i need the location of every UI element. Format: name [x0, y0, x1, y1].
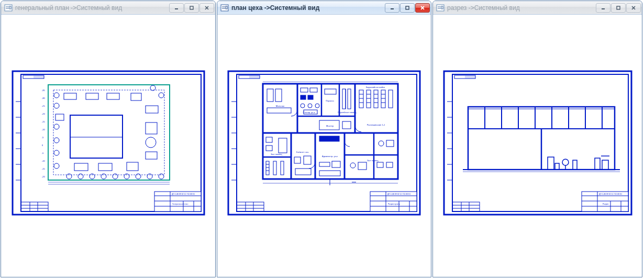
window-general-plan: генеральный план ->Системный вид [1, 1, 216, 277]
svg-text:-35: -35 [42, 89, 46, 92]
close-icon [631, 5, 636, 10]
room-label: Столяр. уч-к [303, 111, 315, 114]
close-button[interactable] [415, 3, 430, 13]
svg-rect-90 [249, 75, 260, 79]
doc-code: ДП 2-36 09 02 12.712.00 К1 [172, 193, 195, 195]
svg-text:-10: -10 [42, 160, 46, 162]
window-controls [169, 3, 214, 13]
drawing-viewport[interactable]: ДП 2-36 09 02 12.712.00 К1 Разрез [433, 15, 642, 277]
room-label: Быт помещ [271, 153, 282, 155]
titlebar[interactable]: план цеха ->Системный вид [217, 1, 431, 15]
app-icon [4, 4, 13, 12]
window-title: разрез ->Системный вид [447, 4, 596, 12]
minimize-button[interactable] [169, 3, 184, 13]
svg-rect-189 [465, 75, 475, 79]
svg-rect-111 [308, 95, 313, 99]
svg-rect-151 [319, 136, 339, 141]
room-label: Расвешивание 1-1 [367, 124, 385, 126]
svg-rect-110 [301, 95, 306, 99]
room-label: Быт помещ [367, 159, 379, 162]
minimize-icon [390, 5, 395, 10]
svg-text:-25: -25 [42, 105, 46, 107]
title-block-label: Разрез пункта [388, 203, 400, 205]
app-icon [436, 4, 445, 12]
room-label: Коррозийная мойка [366, 86, 385, 88]
minimize-icon [601, 5, 606, 10]
maximize-button[interactable] [611, 3, 626, 13]
window-section: разрез ->Системный вид [432, 1, 642, 277]
titlebar[interactable]: генеральный план ->Системный вид [1, 1, 215, 15]
titlebar[interactable]: разрез ->Системный вид [433, 1, 642, 15]
close-button[interactable] [626, 3, 641, 13]
drawing-sheet-general-plan: -35-30-25 -20-15-10 -50-5 -10-15-20 ДП 2… [12, 70, 205, 216]
svg-rect-74 [34, 75, 44, 79]
drawing-sheet-section: ДП 2-36 09 02 12.712.00 К1 Разрез [443, 70, 632, 216]
room-label: Окраска [326, 99, 334, 102]
title-block-label: Генеральный план [172, 203, 188, 205]
room-label: Кабинет нач. [296, 151, 309, 153]
close-button[interactable] [199, 3, 214, 13]
drawing-viewport[interactable]: -35-30-25 -20-15-10 -50-5 -10-15-20 ДП 2… [1, 15, 215, 277]
maximize-button[interactable] [400, 3, 415, 13]
window-controls [596, 3, 641, 13]
svg-text:-20: -20 [42, 113, 46, 115]
room-label: Служебные помещ. [338, 111, 357, 114]
room-label: Моечная [276, 105, 284, 107]
svg-text:-30: -30 [42, 97, 46, 99]
window-title: план цеха ->Системный вид [231, 4, 385, 12]
window-controls [385, 3, 430, 13]
room-label: Мастер [326, 125, 334, 127]
svg-rect-91 [263, 84, 398, 179]
window-title: генеральный план ->Системный вид [15, 4, 169, 12]
svg-rect-16 [70, 115, 123, 158]
minimize-button[interactable] [385, 3, 399, 13]
app-icon [220, 4, 229, 12]
maximize-icon [616, 5, 621, 10]
close-icon [204, 5, 209, 10]
svg-text:-15: -15 [42, 168, 46, 170]
maximize-icon [189, 5, 194, 10]
svg-rect-80 [406, 6, 409, 9]
window-workshop-plan: план цеха ->Системный вид [217, 1, 431, 277]
close-icon [420, 5, 425, 10]
minimize-icon [174, 5, 179, 10]
svg-rect-5 [190, 6, 193, 9]
maximize-icon [405, 5, 410, 10]
svg-rect-179 [617, 6, 620, 9]
doc-code: ДП 2-36 09 02 12.712.00 К1 [387, 193, 410, 195]
minimize-button[interactable] [596, 3, 610, 13]
svg-text:-15: -15 [42, 120, 46, 123]
svg-text:-10: -10 [42, 128, 46, 131]
doc-code: ДП 2-36 09 02 12.712.00 К1 [599, 193, 622, 195]
title-block-label: Разрез [603, 203, 609, 205]
room-label: Администр. уч-к [322, 155, 338, 158]
drawing-sheet-workshop-plan: Моечная Столяр. уч-к Окраска Служебные п… [227, 70, 421, 216]
drawing-viewport[interactable]: Моечная Столяр. уч-к Окраска Служебные п… [217, 15, 431, 277]
svg-text:-20: -20 [42, 175, 46, 178]
maximize-button[interactable] [184, 3, 199, 13]
